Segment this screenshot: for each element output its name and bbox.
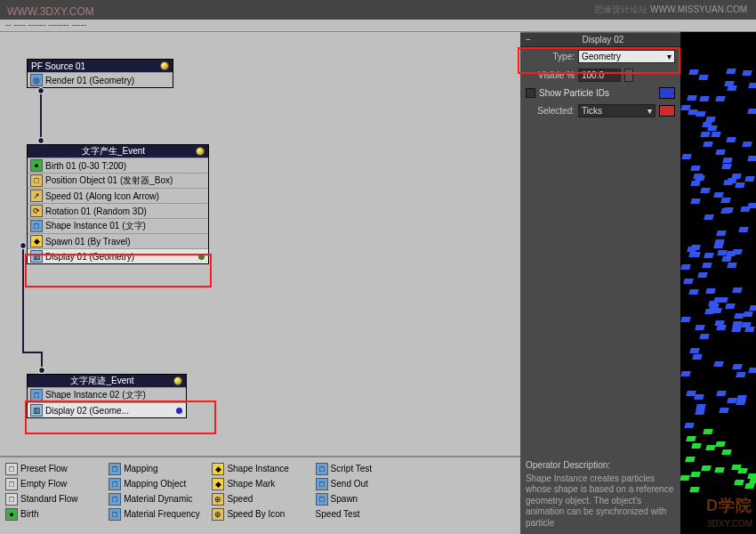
operator-label: Shape Instance 01 (文字) bbox=[45, 220, 146, 232]
lightbulb-icon[interactable] bbox=[196, 147, 205, 156]
particle bbox=[684, 423, 695, 428]
param-type: Type: Geometry▾ bbox=[520, 47, 680, 66]
operator-row[interactable]: ◆Spawn 01 (By Travel) bbox=[28, 233, 208, 248]
particle bbox=[716, 231, 727, 236]
menubar[interactable]: -- ---- ------ ------- ----- bbox=[0, 20, 756, 32]
operator-depot[interactable]: □Preset Flow□Mapping◆Shape Instance□Scri… bbox=[0, 456, 520, 534]
particle bbox=[719, 408, 729, 413]
depot-item[interactable]: □Material Dynamic bbox=[109, 491, 205, 506]
particle bbox=[734, 313, 744, 319]
particle bbox=[695, 409, 705, 415]
particle bbox=[731, 465, 742, 470]
depot-item[interactable]: □Standard Flow bbox=[5, 491, 101, 506]
node-event-1[interactable]: 文字产生_Event ●Birth 01 (0-30 T:200)□Positi… bbox=[27, 144, 209, 264]
particle bbox=[715, 441, 726, 447]
operator-icon: ▥ bbox=[30, 250, 43, 263]
rollout-header[interactable]: −Display 02 bbox=[520, 32, 680, 47]
depot-icon: □ bbox=[5, 478, 18, 490]
param-selected: Selected: Ticks▾ bbox=[520, 101, 680, 120]
particle bbox=[744, 176, 755, 182]
particle bbox=[711, 132, 721, 137]
particle bbox=[688, 95, 698, 101]
sel-color-swatch[interactable] bbox=[659, 105, 675, 117]
operator-icon: □ bbox=[30, 220, 43, 232]
depot-item[interactable]: □Send Out bbox=[316, 476, 412, 491]
depot-icon: □ bbox=[316, 478, 328, 490]
particle bbox=[694, 394, 704, 400]
node-pf-source[interactable]: PF Source 01 ◎ Render 01 (Geometry) bbox=[27, 59, 173, 88]
depot-item[interactable]: □Material Frequency bbox=[109, 506, 205, 522]
operator-label: Speed 01 (Along Icon Arrow) bbox=[45, 191, 159, 201]
out-connector[interactable] bbox=[20, 242, 27, 249]
particle bbox=[747, 203, 756, 208]
particle bbox=[700, 132, 711, 137]
particle bbox=[747, 156, 756, 161]
lightbulb-icon[interactable] bbox=[173, 376, 182, 385]
out-connector[interactable] bbox=[37, 87, 44, 94]
depot-item[interactable]: □Mapping bbox=[109, 461, 205, 476]
operator-row[interactable]: □Shape Instance 01 (文字) bbox=[28, 218, 208, 233]
selected-dropdown[interactable]: Ticks▾ bbox=[578, 104, 655, 117]
depot-icon: □ bbox=[109, 493, 121, 506]
depot-item[interactable]: ⊕Speed bbox=[212, 491, 308, 506]
type-dropdown[interactable]: Geometry▾ bbox=[578, 50, 675, 63]
show-ids-checkbox[interactable] bbox=[526, 88, 535, 98]
id-color-swatch[interactable] bbox=[659, 87, 675, 99]
operator-row[interactable]: □Shape Instance 02 (文字) bbox=[28, 387, 186, 402]
particle bbox=[744, 483, 755, 489]
depot-icon: ◆ bbox=[212, 463, 224, 475]
depot-icon: □ bbox=[109, 508, 121, 521]
viewport-3d[interactable]: D学院 3DXY.COM bbox=[680, 32, 756, 534]
depot-item[interactable]: ◆Shape Instance bbox=[212, 461, 308, 476]
particle bbox=[715, 96, 726, 101]
particle bbox=[704, 253, 714, 258]
operator-row[interactable]: ●Birth 01 (0-30 T:200) bbox=[28, 158, 208, 173]
in-connector[interactable] bbox=[38, 367, 45, 374]
depot-item[interactable]: Speed Test bbox=[316, 506, 412, 522]
particle bbox=[690, 198, 701, 204]
particle bbox=[707, 125, 718, 131]
operator-row[interactable]: ⟳Rotation 01 (Random 3D) bbox=[28, 203, 208, 218]
depot-item[interactable]: □Spawn bbox=[316, 491, 412, 506]
spinner-buttons[interactable] bbox=[624, 69, 633, 82]
depot-item[interactable]: □Empty Flow bbox=[5, 476, 101, 491]
particle bbox=[731, 327, 742, 332]
operator-row[interactable]: ▥Display 01 (Geometry) bbox=[28, 248, 208, 263]
operator-label: Shape Instance 02 (文字) bbox=[45, 389, 146, 401]
depot-item[interactable]: □Mapping Object bbox=[109, 476, 205, 491]
particle bbox=[680, 475, 690, 481]
operator-row[interactable]: □Position Object 01 (发射器_Box) bbox=[28, 173, 208, 188]
depot-item[interactable]: ⊕Speed By Icon bbox=[212, 506, 308, 522]
depot-item bbox=[419, 506, 515, 522]
particle bbox=[705, 288, 716, 294]
node-event-2[interactable]: 文字尾迹_Event □Shape Instance 02 (文字)▥Displ… bbox=[27, 374, 187, 418]
lightbulb-icon[interactable] bbox=[160, 61, 169, 70]
particle bbox=[741, 322, 752, 328]
wire bbox=[40, 94, 42, 139]
particle bbox=[747, 109, 756, 114]
op-render[interactable]: ◎ Render 01 (Geometry) bbox=[28, 72, 173, 87]
chevron-down-icon: ▾ bbox=[647, 106, 652, 116]
particle-view-canvas[interactable]: PF Source 01 ◎ Render 01 (Geometry) 文字产生… bbox=[0, 32, 520, 456]
depot-item[interactable]: □Preset Flow bbox=[5, 461, 101, 476]
in-connector[interactable] bbox=[37, 137, 44, 144]
operator-row[interactable]: ↗Speed 01 (Along Icon Arrow) bbox=[28, 188, 208, 203]
particle bbox=[727, 251, 737, 256]
particle bbox=[743, 312, 753, 317]
depot-item bbox=[419, 476, 515, 491]
particle bbox=[717, 325, 728, 330]
particle bbox=[693, 354, 704, 360]
depot-item[interactable]: □Script Test bbox=[316, 461, 412, 476]
visible-spinner[interactable]: 100.0 bbox=[578, 69, 621, 82]
particle bbox=[713, 243, 724, 248]
depot-item[interactable]: ●Birth bbox=[5, 506, 101, 522]
particle bbox=[736, 372, 746, 377]
watermark-top-left: WWW.3DXY.COM bbox=[7, 5, 94, 18]
operator-row[interactable]: ▥Display 02 (Geome... bbox=[28, 402, 186, 417]
particle bbox=[744, 327, 755, 332]
particle bbox=[738, 227, 749, 232]
particle bbox=[706, 445, 717, 450]
depot-item[interactable]: ◆Shape Mark bbox=[212, 476, 308, 491]
particle bbox=[690, 181, 701, 186]
depot-icon: ⊕ bbox=[212, 508, 224, 521]
